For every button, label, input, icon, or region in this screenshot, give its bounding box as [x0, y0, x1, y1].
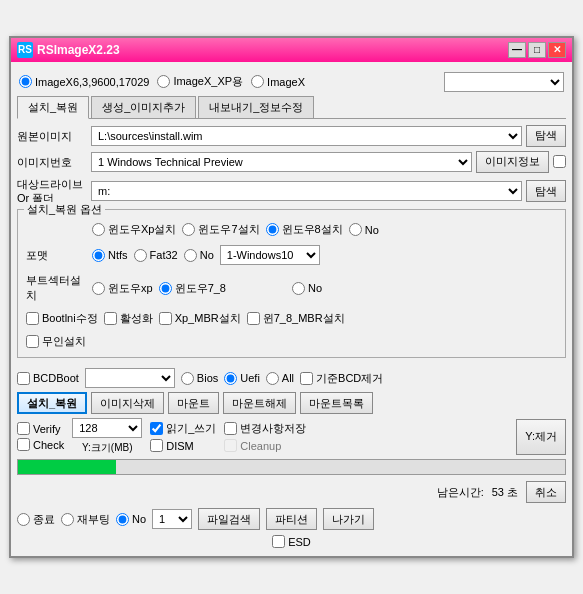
win7-mbr-checkbox-group[interactable]: 윈7_8_MBR설치 [247, 311, 345, 326]
check-checkbox-group[interactable]: Check [17, 438, 64, 451]
y-remove-button[interactable]: Y:제거 [516, 419, 566, 455]
windows10-select[interactable]: 1-Windows10 [220, 245, 320, 265]
bootini-checkbox-group[interactable]: Bootlni수정 [26, 311, 98, 326]
mount-button[interactable]: 마운트 [168, 392, 219, 414]
imagex-radio-2[interactable]: ImageX_XP용 [157, 74, 243, 89]
install-restore-button[interactable]: 설치_복원 [17, 392, 87, 414]
verify-row: Verify Check 128 Y:크기(MB) 읽기_쓰기 [17, 418, 566, 455]
no-fmt-radio[interactable]: No [184, 249, 214, 262]
boot-xp-radio[interactable]: 윈도우xp [92, 281, 153, 296]
esd-row: ESD [17, 533, 566, 550]
no-fmt-label: No [200, 249, 214, 261]
boot-7-8-radio[interactable]: 윈도우7_8 [159, 281, 226, 296]
base-bcd-label: 기준BCD제거 [316, 371, 383, 386]
title-buttons: — □ ✕ [508, 42, 566, 58]
cleanup-checkbox-group[interactable]: Cleanup [224, 439, 306, 452]
write-label: 읽기_쓰기 [166, 421, 216, 436]
win8-radio[interactable]: 윈도우8설치 [266, 222, 343, 237]
all-radio[interactable]: All [266, 372, 294, 385]
top-radio-row: ImageX6,3,9600,17029 ImageX_XP용 ImageX [17, 68, 566, 96]
win7-radio[interactable]: 윈도우7설치 [182, 222, 259, 237]
uefi-label: Uefi [240, 372, 260, 384]
imagex-radio-3-label: ImageX [267, 76, 305, 88]
no-finish-radio[interactable]: No [116, 513, 146, 526]
fat32-radio[interactable]: Fat32 [134, 249, 178, 262]
ntfs-radio[interactable]: Ntfs [92, 249, 128, 262]
no-finish-label: No [132, 513, 146, 525]
main-window: RS RSImageX2.23 — □ ✕ ImageX6,3,9600,170… [9, 36, 574, 559]
image-info-checkbox[interactable] [553, 155, 566, 168]
unattend-checkbox-group[interactable]: 무인설치 [26, 334, 86, 349]
bottom-row: 종료 재부팅 No 1 파일검색 파티션 나가기 [17, 505, 566, 533]
progress-fill [18, 460, 116, 474]
image-number-row: 이미지번호 1 Windows Technical Preview 이미지정보 [17, 151, 566, 173]
activate-checkbox-group[interactable]: 활성화 [104, 311, 153, 326]
window-content: ImageX6,3,9600,17029 ImageX_XP용 ImageX 설… [11, 62, 572, 557]
tab-create[interactable]: 생성_이미지추가 [91, 96, 196, 118]
mount-list-button[interactable]: 마운트목록 [300, 392, 373, 414]
bcd-select[interactable] [85, 368, 175, 388]
cancel-button[interactable]: 취소 [526, 481, 566, 503]
verify-checkbox-group[interactable]: Verify [17, 422, 64, 435]
target-drive-select[interactable]: m: [91, 181, 522, 201]
reboot-radio[interactable]: 재부팅 [61, 512, 110, 527]
exit-button[interactable]: 나가기 [323, 508, 374, 530]
size-label: Y:크기(MB) [82, 441, 133, 455]
bcd-boot-checkbox-group[interactable]: BCDBoot [17, 372, 79, 385]
boot-no-radio[interactable]: No [292, 282, 322, 295]
win-xp-radio[interactable]: 윈도우Xp설치 [92, 222, 176, 237]
app-icon: RS [17, 42, 33, 58]
imagex-radio-3[interactable]: ImageX [251, 75, 305, 88]
source-image-label: 원본이미지 [17, 129, 87, 143]
xp-mbr-checkbox-group[interactable]: Xp_MBR설치 [159, 311, 241, 326]
base-bcd-checkbox-group[interactable]: 기준BCD제거 [300, 371, 383, 386]
file-search-button[interactable]: 파일검색 [198, 508, 260, 530]
bios-radio[interactable]: Bios [181, 372, 218, 385]
unmount-button[interactable]: 마운트해제 [223, 392, 296, 414]
time-value: 53 초 [492, 485, 518, 500]
delete-image-button[interactable]: 이미지삭제 [91, 392, 164, 414]
boot-no-label: No [308, 282, 322, 294]
boot-7-8-label: 윈도우7_8 [175, 281, 226, 296]
shutdown-radio[interactable]: 종료 [17, 512, 55, 527]
source-image-select[interactable]: L:\sources\install.wim [91, 126, 522, 146]
partition-button[interactable]: 파티션 [266, 508, 317, 530]
dism-checkbox-group[interactable]: DISM [150, 439, 216, 452]
image-number-label: 이미지번호 [17, 155, 87, 169]
uefi-radio[interactable]: Uefi [224, 372, 260, 385]
minimize-button[interactable]: — [508, 42, 526, 58]
browse-target-button[interactable]: 탐색 [526, 180, 566, 202]
size-select[interactable]: 128 [72, 418, 142, 438]
all-label: All [282, 372, 294, 384]
image-info-button[interactable]: 이미지정보 [476, 151, 549, 173]
close-button[interactable]: ✕ [548, 42, 566, 58]
maximize-button[interactable]: □ [528, 42, 546, 58]
imagex-radio-1[interactable]: ImageX6,3,9600,17029 [19, 75, 149, 88]
imagex-radio-2-label: ImageX_XP용 [173, 74, 243, 89]
activate-label: 활성화 [120, 311, 153, 326]
tab-install[interactable]: 설치_복원 [17, 96, 89, 119]
boot-xp-label: 윈도우xp [108, 281, 153, 296]
number-select[interactable]: 1 [152, 509, 192, 529]
top-right-select[interactable] [444, 72, 564, 92]
checkbox-row-2: 무인설치 [26, 332, 557, 351]
options-group-title: 설치_복원 옵션 [24, 202, 105, 217]
esd-checkbox-group[interactable]: ESD [272, 535, 311, 548]
no-win-radio[interactable]: No [349, 223, 379, 236]
tab-export[interactable]: 내보내기_정보수정 [198, 96, 314, 118]
write-checkbox-group[interactable]: 읽기_쓰기 [150, 421, 216, 436]
bootini-label: Bootlni수정 [42, 311, 98, 326]
source-image-row: 원본이미지 L:\sources\install.wim 탐색 [17, 125, 566, 147]
browse-source-button[interactable]: 탐색 [526, 125, 566, 147]
action-buttons: 설치_복원 이미지삭제 마운트 마운트해제 마운트목록 [17, 392, 566, 414]
dism-label: DISM [166, 440, 194, 452]
check-label: Check [33, 439, 64, 451]
verify-label: Verify [33, 423, 61, 435]
win-xp-label: 윈도우Xp설치 [108, 222, 176, 237]
windows-options-row: 윈도우Xp설치 윈도우7설치 윈도우8설치 No [26, 220, 557, 239]
bios-label: Bios [197, 372, 218, 384]
change-checkbox-group[interactable]: 변경사항저장 [224, 421, 306, 436]
boot-row: 부트섹터설치 윈도우xp 윈도우7_8 No [26, 271, 557, 305]
ntfs-label: Ntfs [108, 249, 128, 261]
image-number-select[interactable]: 1 Windows Technical Preview [91, 152, 472, 172]
